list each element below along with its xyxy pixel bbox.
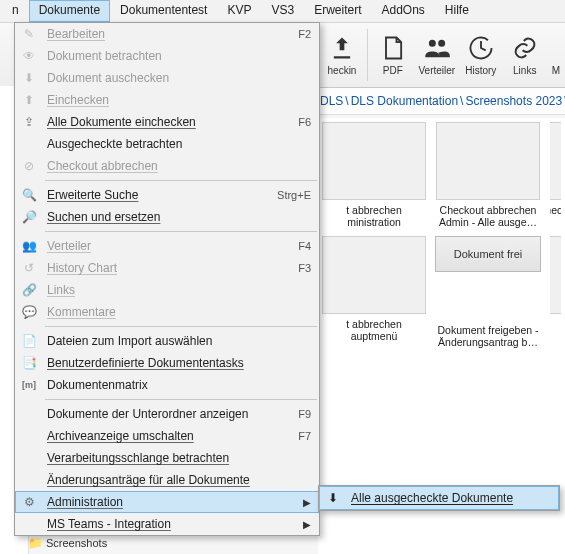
administration-submenu: ⬇ Alle ausgecheckte Dokumente: [318, 485, 560, 511]
menu-einchecken[interactable]: ⬆ Einchecken: [15, 89, 319, 111]
comment-icon: 💬: [19, 304, 39, 320]
ribbon-verteiler[interactable]: Verteiler: [415, 34, 459, 76]
ribbon-more-label: M: [552, 65, 560, 76]
thumb-item[interactable]: t abbrechen ministration: [322, 122, 426, 228]
menu-suchen-ersetzen[interactable]: 🔎 Suchen und ersetzen: [15, 206, 319, 228]
thumb-item[interactable]: Checko: [550, 122, 561, 228]
menu-item-label: Verteiler: [47, 239, 290, 253]
thumbnail-icon: [550, 122, 561, 200]
thumb-label: Checkout abbrechen Admin - Alle ausge…: [436, 204, 540, 228]
tree-item-screenshots[interactable]: 📁Screenshots: [28, 536, 107, 550]
menu-archivanzeige[interactable]: Archiveanzeige umschalten F7: [15, 425, 319, 447]
menu-checkout-abbrechen[interactable]: ⊘ Checkout abbrechen: [15, 155, 319, 177]
menu-addons[interactable]: AddOns: [372, 0, 435, 22]
blank-icon: [19, 516, 39, 532]
menu-dokument-betrachten[interactable]: 👁 Dokument betrachten: [15, 45, 319, 67]
menu-separator: [45, 326, 317, 327]
menu-hilfe[interactable]: Hilfe: [435, 0, 479, 22]
ribbon-more[interactable]: M: [547, 34, 565, 76]
folder-icon: 📁: [28, 536, 43, 550]
ribbon-pdf[interactable]: PDF: [371, 34, 415, 76]
path-seg-dls[interactable]: DLS: [320, 94, 343, 108]
thumb-label: t abbrechen ministration: [346, 204, 401, 228]
menu-dateien-import[interactable]: 📄 Dateien zum Import auswählen: [15, 330, 319, 352]
menu-item-label: Bearbeiten: [47, 27, 290, 41]
menu-alle-einchecken[interactable]: ⇪ Alle Dokumente einchecken F6: [15, 111, 319, 133]
menu-item-label: Dokumentenmatrix: [47, 378, 311, 392]
menu-item-label: Einchecken: [47, 93, 311, 107]
button-thumbnail: Dokument frei: [435, 236, 541, 272]
chevron-right-icon: ▶: [301, 497, 311, 508]
menu-item-label: MS Teams - Integration: [47, 517, 293, 531]
menu-dokumententest[interactable]: Dokumententest: [110, 0, 217, 22]
menu-bearbeiten[interactable]: ✎ Bearbeiten F2: [15, 23, 319, 45]
path-seg-doku[interactable]: DLS Dokumentation: [351, 94, 458, 108]
admin-icon: ⚙: [19, 494, 39, 510]
thumbnail-icon: [436, 122, 540, 200]
menu-item-label: Erweiterte Suche: [47, 188, 269, 202]
blank-icon: [19, 136, 39, 152]
menu-dokumentenmatrix[interactable]: [m] Dokumentenmatrix: [15, 374, 319, 396]
menu-erweitert[interactable]: Erweitert: [304, 0, 371, 22]
menu-verarbeitungsschlange[interactable]: Verarbeitungsschlange betrachten: [15, 447, 319, 469]
ribbon-links-label: Links: [513, 65, 536, 76]
menu-bar: n Dokumente Dokumententest KVP VS3 Erwei…: [0, 0, 565, 23]
thumb-item[interactable]: [550, 236, 561, 348]
menu-ms-teams[interactable]: MS Teams - Integration ▶: [15, 513, 319, 535]
menu-separator: [45, 399, 317, 400]
menu-dokument-auschecken[interactable]: ⬇ Dokument auschecken: [15, 67, 319, 89]
matrix-icon: [m]: [19, 377, 39, 393]
thumb-label: Dokument freigeben - Änderungsantrag b…: [436, 324, 540, 348]
menu-benutzer-tasks[interactable]: 📑 Benutzerdefinierte Dokumententasks: [15, 352, 319, 374]
shortcut: Strg+E: [277, 189, 311, 201]
thumbnail-icon: [322, 236, 426, 314]
menu-truncated: n: [2, 0, 29, 22]
search-icon: 🔎: [19, 209, 39, 225]
menu-item-label: Ausgecheckte betrachten: [47, 137, 311, 151]
menu-separator: [45, 180, 317, 181]
checkout-icon: ⬇: [19, 70, 39, 86]
menu-item-label: Links: [47, 283, 311, 297]
blank-icon: [19, 450, 39, 466]
menu-item-label: Checkout abbrechen: [47, 159, 311, 173]
thumb-item[interactable]: t abbrechen auptmenü: [322, 236, 426, 348]
menu-erweiterte-suche[interactable]: 🔍 Erweiterte Suche Strg+E: [15, 184, 319, 206]
menu-history-chart[interactable]: ↺ History Chart F3: [15, 257, 319, 279]
submenu-alle-ausgecheckte[interactable]: ⬇ Alle ausgecheckte Dokumente: [319, 486, 559, 510]
path-seg-screens[interactable]: Screenshots 2023: [465, 94, 562, 108]
menu-aenderungsantraege[interactable]: Änderungsanträge für alle Dokumente: [15, 469, 319, 491]
menu-links[interactable]: 🔗 Links: [15, 279, 319, 301]
menu-dokumente[interactable]: Dokumente: [29, 0, 110, 22]
people-icon: 👥: [19, 238, 39, 254]
menu-kommentare[interactable]: 💬 Kommentare: [15, 301, 319, 323]
ribbon-history[interactable]: History: [459, 34, 503, 76]
thumb-item[interactable]: Checkout abbrechen Admin - Alle ausge…: [436, 122, 540, 228]
ribbon-verteiler-label: Verteiler: [418, 65, 455, 76]
menu-verteiler[interactable]: 👥 Verteiler F4: [15, 235, 319, 257]
menu-vs3[interactable]: VS3: [261, 0, 304, 22]
menu-unterordner-anzeigen[interactable]: Dokumente der Unterordner anzeigen F9: [15, 403, 319, 425]
checkin-all-icon: ⇪: [19, 114, 39, 130]
blank-icon: [19, 472, 39, 488]
menu-item-label: Administration: [47, 495, 293, 509]
ribbon-checkin[interactable]: heckin: [320, 34, 364, 76]
menu-kvp[interactable]: KVP: [217, 0, 261, 22]
shortcut: F9: [298, 408, 311, 420]
checkin-icon: ⬆: [19, 92, 39, 108]
menu-item-label: Benutzerdefinierte Dokumententasks: [47, 356, 311, 370]
thumb-label: t abbrechen auptmenü: [346, 318, 401, 342]
download-icon: ⬇: [323, 491, 343, 505]
people-icon: [423, 34, 451, 62]
menu-item-label: Dokumente der Unterordner anzeigen: [47, 407, 290, 421]
menu-ausgecheckte-betrachten[interactable]: Ausgecheckte betrachten: [15, 133, 319, 155]
shortcut: F7: [298, 430, 311, 442]
shortcut: F4: [298, 240, 311, 252]
menu-administration[interactable]: ⚙ Administration ▶: [15, 491, 319, 513]
thumb-item[interactable]: Dokument frei Dokument freigeben - Änder…: [436, 236, 540, 348]
ribbon-links[interactable]: Links: [503, 34, 547, 76]
menu-item-label: Änderungsanträge für alle Dokumente: [47, 473, 311, 487]
ribbon-history-label: History: [465, 65, 496, 76]
menu-item-label: Archiveanzeige umschalten: [47, 429, 290, 443]
link-icon: 🔗: [19, 282, 39, 298]
history-icon: [467, 34, 495, 62]
